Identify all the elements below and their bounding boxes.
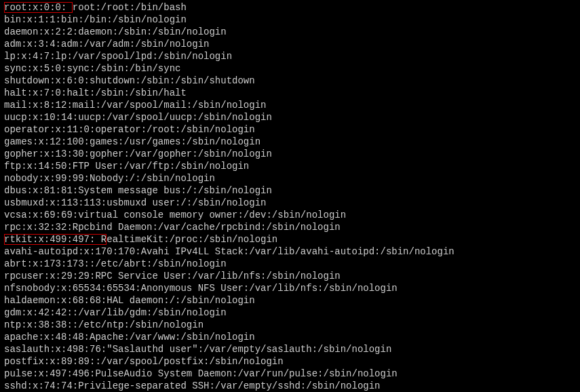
passwd-line: rtkit:x:499:497: RealtimeKit:/proc:/sbin…	[4, 233, 576, 246]
uid-gid-highlight: root:x:0:0:	[4, 2, 73, 13]
terminal-output[interactable]: root:x:0:0: root:/root:/bin/bashbin:x:1:…	[0, 0, 580, 392]
passwd-line: usbmuxd:x:113:113:usbmuxd user:/:/sbin/n…	[4, 197, 576, 209]
passwd-line: rpcuser:x:29:29:RPC Service User:/var/li…	[4, 270, 576, 282]
passwd-line: vcsa:x:69:69:virtual console memory owne…	[4, 209, 576, 221]
passwd-line: shutdown:x:6:0:shutdown:/sbin:/sbin/shut…	[4, 75, 576, 87]
passwd-line: saslauth:x:498:76:"Saslauthd user":/var/…	[4, 343, 576, 355]
passwd-line: abrt:x:173:173::/etc/abrt:/sbin/nologin	[4, 258, 576, 270]
passwd-line: uucp:x:10:14:uucp:/var/spool/uucp:/sbin/…	[4, 111, 576, 123]
passwd-line: halt:x:7:0:halt:/sbin:/sbin/halt	[4, 87, 576, 99]
passwd-line: adm:x:3:4:adm:/var/adm:/sbin/nologin	[4, 38, 576, 50]
passwd-line: ntp:x:38:38::/etc/ntp:/sbin/nologin	[4, 319, 576, 331]
passwd-line: haldaemon:x:68:68:HAL daemon:/:/sbin/nol…	[4, 294, 576, 307]
passwd-line: bin:x:1:1:bin:/bin:/sbin/nologin	[4, 14, 576, 26]
passwd-line: lp:x:4:7:lp:/var/spool/lpd:/sbin/nologin	[4, 50, 576, 62]
passwd-line: nfsnobody:x:65534:65534:Anonymous NFS Us…	[4, 282, 576, 294]
passwd-line: daemon:x:2:2:daemon:/sbin:/sbin/nologin	[4, 26, 576, 38]
passwd-line: root:x:0:0: root:/root:/bin/bash	[4, 1, 576, 14]
passwd-line: sshd:x:74:74:Privilege-separated SSH:/va…	[4, 380, 576, 392]
passwd-line: mail:x:8:12:mail:/var/spool/mail:/sbin/n…	[4, 99, 576, 111]
passwd-line: dbus:x:81:81:System message bus:/:/sbin/…	[4, 184, 576, 197]
passwd-line: gdm:x:42:42::/var/lib/gdm:/sbin/nologin	[4, 307, 576, 319]
passwd-line: nobody:x:99:99:Nobody:/:/sbin/nologin	[4, 172, 576, 184]
passwd-line: pulse:x:497:496:PulseAudio System Daemon…	[4, 368, 576, 380]
passwd-line: games:x:12:100:games:/usr/games:/sbin/no…	[4, 136, 576, 148]
passwd-line: sync:x:5:0:sync:/sbin:/bin/sync	[4, 62, 576, 75]
uid-gid-highlight: rtkit:x:499:497: R	[4, 234, 107, 245]
passwd-line: avahi-autoipd:x:170:170:Avahi IPv4LL Sta…	[4, 246, 576, 258]
passwd-line: apache:x:48:48:Apache:/var/www:/sbin/nol…	[4, 331, 576, 343]
passwd-line: rpc:x:32:32:Rpcbind Daemon:/var/cache/rp…	[4, 221, 576, 233]
passwd-line: ftp:x:14:50:FTP User:/var/ftp:/sbin/nolo…	[4, 160, 576, 172]
passwd-line: operator:x:11:0:operator:/root:/sbin/nol…	[4, 123, 576, 136]
passwd-line: gopher:x:13:30:gopher:/var/gopher:/sbin/…	[4, 148, 576, 160]
passwd-line: postfix:x:89:89::/var/spool/postfix:/sbi…	[4, 355, 576, 368]
